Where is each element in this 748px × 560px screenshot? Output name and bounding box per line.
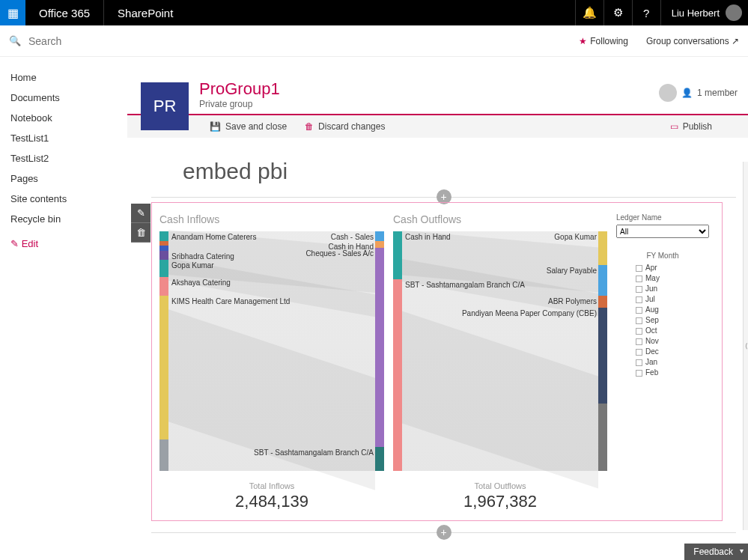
publish-button[interactable]: ▭Publish <box>670 121 712 132</box>
checkbox-icon <box>636 276 642 282</box>
save-icon: 💾 <box>210 121 221 132</box>
outflows-total-value: 1,967,382 <box>393 492 607 511</box>
publish-icon: ▭ <box>670 121 678 132</box>
star-icon: ★ <box>579 36 587 46</box>
brand-office365[interactable]: Office 365 <box>25 0 104 25</box>
group-header: PR ProGroup1 Private group 👤 1 member <box>127 57 748 114</box>
sankey-node-label: ABR Polymers <box>548 297 597 305</box>
sankey-node-label: SBT - Sashtamangalam Branch C/A <box>254 448 374 457</box>
ledger-name-label: Ledger Name <box>616 213 709 222</box>
checkbox-icon <box>636 328 642 335</box>
checkbox-icon <box>636 307 642 314</box>
section-divider-top: + <box>151 192 736 202</box>
following-link[interactable]: ★ Following <box>579 36 628 46</box>
left-nav: Home Documents Notebook TestList1 TestLi… <box>0 57 127 560</box>
inflows-total-value: 2,484,139 <box>159 492 384 511</box>
members-count: 1 member <box>697 88 738 98</box>
discard-changes-button[interactable]: 🗑Discard changes <box>305 121 385 132</box>
search-input[interactable] <box>28 35 118 47</box>
webpart-toolbar: ✎ 🗑 <box>130 202 151 521</box>
month-filter-aug[interactable]: Aug <box>616 305 709 315</box>
section-divider-bottom: + <box>151 527 736 538</box>
app-launcher[interactable]: ▦ <box>0 0 25 25</box>
add-section-button-bottom[interactable]: + <box>437 525 451 540</box>
nav-home[interactable]: Home <box>10 67 127 88</box>
sankey-node-label: Gopa Kumar <box>171 261 214 270</box>
help-icon[interactable]: ? <box>632 0 660 25</box>
notifications-icon[interactable]: 🔔 <box>575 0 603 25</box>
checkbox-icon <box>636 359 642 366</box>
sankey-node-label: Gopa Kumar <box>554 233 597 241</box>
sankey-node-label: Sribhadra Catering <box>171 252 234 261</box>
group-conversations-link[interactable]: Group conversations ↗ <box>646 36 739 46</box>
sankey-node-label: Pandiyan Meena Paper Company (CBE) <box>462 309 597 317</box>
checkbox-icon <box>636 370 642 377</box>
suite-bar: ▦ Office 365 SharePoint 🔔 ⚙ ? Liu Herber… <box>0 0 748 25</box>
sankey-node-label: SBT - Sashtamangalam Branch C/A <box>405 281 525 289</box>
month-filter-may[interactable]: May <box>616 273 709 284</box>
sankey-node-label: Salary Payable <box>547 267 597 275</box>
month-filter-jan[interactable]: Jan <box>616 357 709 368</box>
checkbox-icon <box>636 349 642 356</box>
nav-edit-link[interactable]: ✎ Edit <box>10 234 127 254</box>
nav-pages[interactable]: Pages <box>10 168 127 189</box>
group-tile: PR <box>141 82 189 130</box>
nav-recyclebin[interactable]: Recycle bin <box>10 209 127 229</box>
settings-icon[interactable]: ⚙ <box>603 0 632 25</box>
month-filter-sep[interactable]: Sep <box>616 315 709 326</box>
month-filter-feb[interactable]: Feb <box>616 368 709 378</box>
avatar <box>659 84 677 102</box>
page-ribbon: 💾Save and close 🗑Discard changes ▭Publis… <box>127 114 748 138</box>
checkbox-icon <box>636 296 642 303</box>
cash-inflows-chart: Cash Inflows Anandam Home CaterersSribha… <box>159 213 384 511</box>
month-filter-jun[interactable]: Jun <box>616 284 709 294</box>
checkbox-icon <box>636 265 642 272</box>
search-row: 🔍 ★ Following Group conversations ↗ <box>0 25 748 57</box>
powerbi-webpart[interactable]: Cash Inflows Anandam Home CaterersSribha… <box>151 202 723 521</box>
checkbox-icon <box>636 338 642 345</box>
sankey-node-label: Cash in Hand <box>405 233 451 241</box>
search-icon[interactable]: 🔍 <box>9 35 21 46</box>
group-subtitle: Private group <box>199 99 280 109</box>
sankey-node-label: Akshaya Catering <box>171 279 231 287</box>
expand-handle[interactable]: ⟨ <box>743 162 748 530</box>
month-filter-dec[interactable]: Dec <box>616 347 709 357</box>
save-and-close-button[interactable]: 💾Save and close <box>210 121 287 132</box>
group-title: ProGroup1 <box>199 79 280 99</box>
outflows-title: Cash Outflows <box>393 213 607 225</box>
checkbox-icon <box>636 317 642 324</box>
members-area[interactable]: 👤 1 member <box>659 84 738 102</box>
sankey-node-label: Cheques - Sales A/c <box>305 249 374 258</box>
month-filter-nov[interactable]: Nov <box>616 336 709 347</box>
cash-outflows-chart: Cash Outflows Cash in HandSBT - Sashtama… <box>393 213 607 511</box>
filter-panel: Ledger Name All FY Month AprMayJunJulAug… <box>616 213 709 511</box>
nav-testlist2[interactable]: TestList2 <box>10 148 127 168</box>
sankey-node-label: Cash - Sales <box>331 233 374 241</box>
person-icon: 👤 <box>681 88 693 98</box>
nav-testlist1[interactable]: TestList1 <box>10 128 127 148</box>
discard-icon: 🗑 <box>305 121 314 132</box>
page-title[interactable]: embed pbi <box>183 159 748 184</box>
month-filter-oct[interactable]: Oct <box>616 326 709 336</box>
nav-notebook[interactable]: Notebook <box>10 108 127 128</box>
sankey-node-label: Anandam Home Caterers <box>171 233 256 241</box>
checkbox-icon <box>636 286 642 293</box>
user-menu[interactable]: Liu Herbert <box>660 0 748 25</box>
outflows-total-label: Total Outflows <box>393 481 607 490</box>
month-filter-apr[interactable]: Apr <box>616 263 709 273</box>
month-filter-jul[interactable]: Jul <box>616 294 709 305</box>
avatar-icon <box>726 4 742 21</box>
inflows-total-label: Total Inflows <box>159 481 384 490</box>
nav-documents[interactable]: Documents <box>10 88 127 108</box>
delete-webpart-button[interactable]: 🗑 <box>131 223 150 243</box>
user-name: Liu Herbert <box>672 7 720 19</box>
ledger-name-select[interactable]: All <box>616 225 709 238</box>
inflows-title: Cash Inflows <box>159 213 384 225</box>
edit-webpart-button[interactable]: ✎ <box>131 204 150 223</box>
brand-sharepoint[interactable]: SharePoint <box>104 0 186 25</box>
sankey-node-label: KIMS Health Care Management Ltd <box>171 297 290 305</box>
fy-month-header: FY Month <box>616 252 709 260</box>
feedback-button[interactable]: Feedback <box>684 544 748 560</box>
nav-sitecontents[interactable]: Site contents <box>10 189 127 209</box>
